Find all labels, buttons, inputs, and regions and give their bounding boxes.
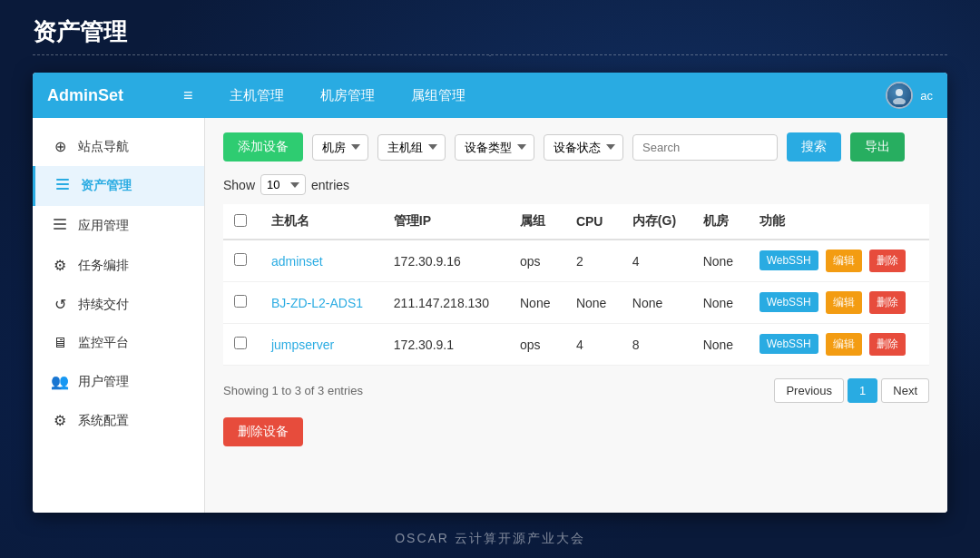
search-input[interactable] [632, 134, 778, 161]
svg-rect-5 [54, 219, 66, 220]
sidebar-item-continuous-delivery[interactable]: ↺ 持续交付 [33, 285, 204, 324]
avatar-icon [890, 86, 908, 104]
select-all-checkbox[interactable] [234, 214, 247, 227]
webssh-button-2[interactable]: WebSSH [760, 292, 818, 312]
row1-hostname: adminset [260, 240, 383, 282]
table-row: BJ-ZD-L2-ADS1 211.147.218.130 None None … [223, 282, 929, 324]
col-group: 属组 [509, 204, 565, 240]
entries-count-select[interactable]: 10 25 50 100 [260, 174, 306, 195]
avatar[interactable] [886, 82, 913, 109]
col-cpu: CPU [565, 204, 622, 240]
delete-devices-button[interactable]: 删除设备 [223, 417, 303, 446]
body-layout: ⊕ 站点导航 资产管理 [33, 118, 947, 513]
row2-checkbox [223, 282, 260, 324]
webssh-button-1[interactable]: WebSSH [760, 250, 818, 270]
bottom-bar: 删除设备 [223, 417, 929, 446]
col-memory: 内存(G) [622, 204, 692, 240]
table-row: jumpserver 172.30.9.1 ops 4 8 None WebSS… [223, 324, 929, 366]
sidebar-item-monitor-platform[interactable]: 🖥 监控平台 [33, 324, 204, 362]
watermark: OSCAR 云计算开源产业大会 [0, 531, 980, 547]
add-device-button[interactable]: 添加设备 [223, 132, 303, 162]
col-actions: 功能 [749, 204, 929, 240]
svg-rect-7 [54, 228, 66, 230]
filter-datacenter[interactable]: 机房 [312, 134, 368, 161]
filter-host-group[interactable]: 主机组 [377, 134, 446, 161]
row1-cpu: 2 [565, 240, 622, 282]
delivery-icon: ↺ [51, 296, 69, 313]
sidebar-item-app-management[interactable]: 应用管理 [33, 206, 204, 246]
svg-point-0 [896, 89, 903, 96]
filter-device-status[interactable]: 设备状态 [544, 134, 623, 161]
row3-group: ops [509, 324, 565, 366]
list-icon [55, 177, 70, 191]
nav-item-group-management[interactable]: 属组管理 [393, 73, 484, 118]
col-ip: 管理IP [383, 204, 509, 240]
row3-ip: 172.30.9.1 [383, 324, 509, 366]
search-button[interactable]: 搜索 [787, 132, 841, 162]
data-table: 主机名 管理IP 属组 CPU 内存(G) 机房 功能 adminset 172 [223, 204, 929, 366]
sidebar-item-asset-management[interactable]: 资产管理 [33, 166, 204, 206]
sidebar: ⊕ 站点导航 资产管理 [33, 118, 205, 513]
col-datacenter: 机房 [692, 204, 749, 240]
col-hostname: 主机名 [260, 204, 383, 240]
sidebar-label-navigation: 站点导航 [78, 139, 129, 155]
asset-icon [54, 177, 72, 195]
main-content: 添加设备 机房 主机组 设备类型 设备状态 搜索 导出 Show [205, 118, 947, 513]
edit-button-1[interactable]: 编辑 [826, 250, 862, 272]
sidebar-item-user-management[interactable]: 👥 用户管理 [33, 362, 204, 401]
sidebar-item-task-orchestration[interactable]: ⚙ 任务编排 [33, 246, 204, 285]
nav-item-host-management[interactable]: 主机管理 [211, 73, 302, 118]
row2-memory: None [622, 282, 692, 324]
table-footer: Showing 1 to 3 of 3 entries Previous 1 N… [223, 378, 929, 403]
page-1-button[interactable]: 1 [848, 378, 877, 403]
webssh-button-3[interactable]: WebSSH [760, 334, 818, 354]
row2-hostname: BJ-ZD-L2-ADS1 [260, 282, 383, 324]
navigation-icon: ⊕ [51, 138, 69, 155]
navbar-brand: AdminSet [47, 86, 183, 105]
sidebar-item-navigation[interactable]: ⊕ 站点导航 [33, 127, 204, 166]
sidebar-label-app: 应用管理 [78, 218, 129, 234]
previous-button[interactable]: Previous [774, 378, 844, 403]
hostname-link[interactable]: adminset [271, 254, 323, 269]
row1-actions: WebSSH 编辑 删除 [749, 240, 929, 282]
row3-checkbox [223, 324, 260, 366]
toolbar-row: 添加设备 机房 主机组 设备类型 设备状态 搜索 导出 [223, 132, 929, 162]
sidebar-label-monitor: 监控平台 [78, 335, 129, 351]
edit-button-2[interactable]: 编辑 [826, 291, 862, 314]
pagination: Previous 1 Next [774, 378, 929, 403]
row-checkbox[interactable] [234, 253, 247, 266]
nav-item-datacenter-management[interactable]: 机房管理 [302, 73, 393, 118]
monitor-icon: 🖥 [51, 335, 69, 351]
hostname-link[interactable]: BJ-ZD-L2-ADS1 [271, 296, 363, 310]
config-icon: ⚙ [51, 412, 69, 429]
navbar-nav: 主机管理 机房管理 属组管理 [211, 73, 887, 118]
row3-hostname: jumpserver [260, 324, 383, 366]
svg-rect-3 [56, 183, 69, 185]
row1-datacenter: None [692, 240, 749, 282]
navbar-toggle[interactable]: ≡ [183, 86, 193, 105]
delete-button-1[interactable]: 删除 [869, 250, 906, 272]
task-icon: ⚙ [51, 257, 69, 274]
sidebar-label-delivery: 持续交付 [78, 297, 129, 313]
app-icon [51, 217, 69, 235]
sidebar-label-task: 任务编排 [78, 258, 129, 274]
row2-ip: 211.147.218.130 [383, 282, 509, 324]
hostname-link[interactable]: jumpserver [271, 338, 334, 352]
delete-button-2[interactable]: 删除 [869, 291, 906, 314]
col-checkbox [223, 204, 260, 240]
showing-text: Showing 1 to 3 of 3 entries [223, 384, 363, 397]
sidebar-label-user: 用户管理 [78, 374, 129, 390]
delete-button-3[interactable]: 删除 [869, 333, 906, 356]
row1-checkbox [223, 240, 260, 282]
svg-rect-2 [56, 179, 69, 181]
export-button[interactable]: 导出 [850, 132, 905, 162]
row-checkbox[interactable] [234, 337, 247, 349]
edit-button-3[interactable]: 编辑 [826, 333, 862, 356]
svg-rect-6 [54, 223, 66, 225]
row-checkbox[interactable] [234, 295, 247, 308]
sidebar-item-system-config[interactable]: ⚙ 系统配置 [33, 401, 204, 440]
next-button[interactable]: Next [881, 378, 929, 403]
filter-device-type[interactable]: 设备类型 [455, 134, 534, 161]
navbar-username: ac [920, 89, 933, 103]
user-icon: 👥 [51, 373, 69, 390]
